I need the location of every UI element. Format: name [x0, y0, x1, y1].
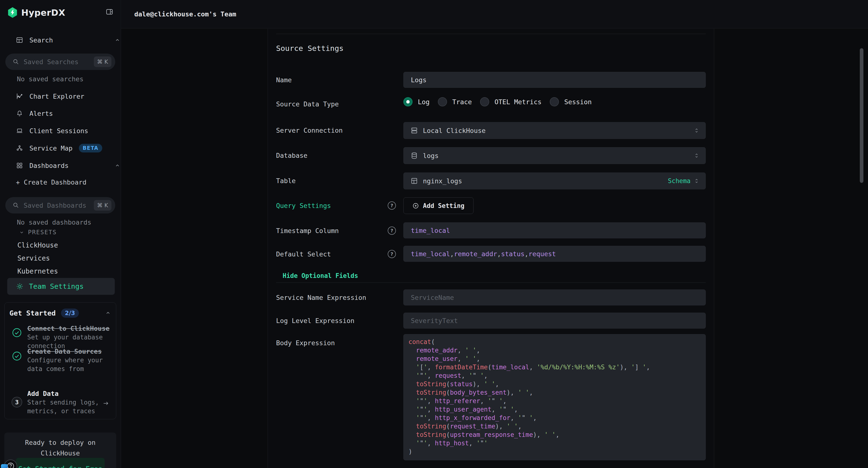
step-subtitle-line: data comes from [27, 364, 111, 373]
sidebar-item-service-map[interactable]: Service Map BETA [16, 142, 102, 154]
step-subtitle-line: Set up your database [27, 333, 111, 342]
check-circle-icon [11, 327, 22, 338]
body-expression-editor[interactable]: concat( remote_addr, ' ', remote_user, '… [403, 334, 706, 460]
step-title: Create Data Sources [27, 347, 111, 356]
search-section-icon [16, 36, 23, 43]
sidebar-collapse-icon[interactable] [105, 8, 114, 16]
chevron-up-icon[interactable] [105, 310, 111, 316]
team-title: dale@clickhouse.com's Team [134, 10, 236, 18]
shortcut-badge: ⌘ K [94, 56, 112, 67]
query-settings-label: Query Settings [276, 202, 331, 209]
radio-option-log[interactable]: Log [403, 97, 430, 107]
chart-explorer-icon [16, 93, 23, 100]
default-select-input[interactable]: time_local, remote_addr, status, request [403, 246, 706, 262]
service-name-expression-input[interactable] [403, 290, 706, 305]
radio-unselected[interactable] [438, 97, 447, 107]
step-number-circle: 3 [11, 397, 22, 407]
chevron-down-icon [19, 229, 25, 235]
table-icon [410, 177, 418, 185]
service-map-icon [16, 145, 23, 152]
server-connection-label: Server Connection [276, 127, 343, 134]
sidebar-item-kubernetes[interactable]: Kubernetes [18, 267, 58, 275]
get-started-step-2[interactable]: Create Data Sources Configure where your… [11, 347, 111, 373]
add-setting-label: Add Setting [423, 202, 464, 209]
get-started-step-3[interactable]: 3 Add Data Start sending logs, metrics, … [11, 389, 111, 415]
sidebar-item-client-sessions[interactable]: Client Sessions [16, 124, 88, 137]
devtools-button[interactable] [1, 464, 8, 468]
presets-toggle[interactable]: PRESETS [19, 229, 57, 236]
server-connection-select[interactable]: Local ClickHouse [403, 122, 706, 139]
sidebar-item-alerts[interactable]: Alerts [16, 107, 53, 120]
radio-unselected[interactable] [550, 97, 559, 107]
add-setting-button[interactable]: Add Setting [403, 197, 473, 214]
body-expression-label: Body Expression [276, 339, 335, 347]
sidebar-item-clickhouse[interactable]: ClickHouse [18, 241, 58, 249]
get-started-card: Get Started 2/3 Connect to ClickHouse Se… [4, 302, 116, 419]
plus-circle-icon [412, 202, 419, 209]
check-circle-icon [11, 351, 22, 361]
saved-dashboards-input[interactable]: Saved Dashboards ⌘ K [5, 197, 115, 213]
main-content: Source Settings Name Source Data Type Lo… [121, 29, 868, 468]
clickhouse-cloud-promo: Ready to deploy on ClickHouse Cloud? Get… [4, 433, 116, 468]
step-title: Connect to ClickHouse [27, 324, 111, 333]
bell-icon [16, 110, 23, 117]
sidebar-item-services[interactable]: Services [18, 254, 50, 262]
sidebar-item-dashboards[interactable]: Dashboards [16, 159, 69, 172]
dashboards-grid-icon [16, 162, 23, 169]
gear-icon [16, 283, 24, 290]
step-subtitle-line: Configure where your [27, 356, 111, 364]
chevron-up-icon[interactable] [114, 163, 121, 169]
sidebar-item-chart-explorer[interactable]: Chart Explorer [16, 90, 84, 103]
section-divider [276, 283, 706, 283]
database-icon [410, 152, 418, 159]
no-saved-searches-text: No saved searches [17, 75, 84, 83]
timestamp-help-icon[interactable]: ? [388, 227, 396, 235]
team-settings-label: Team Settings [29, 282, 84, 290]
saved-dashboards-placeholder: Saved Dashboards [24, 202, 94, 209]
get-started-header[interactable]: Get Started 2/3 [9, 308, 111, 318]
logo-text: HyperDX [21, 8, 65, 18]
radio-option-otel-metrics[interactable]: OTEL Metrics [480, 97, 541, 107]
saved-searches-input[interactable]: Saved Searches ⌘ K [5, 54, 115, 70]
saved-searches-placeholder: Saved Searches [24, 58, 94, 66]
no-saved-dashboards-text: No saved dashboards [17, 218, 91, 226]
log-level-expression-input[interactable] [403, 313, 706, 328]
get-started-free-button[interactable]: Get Started for Free [16, 458, 105, 468]
create-dashboard-label: + Create Dashboard [16, 178, 87, 186]
hide-optional-fields-link[interactable]: Hide Optional Fields [283, 272, 358, 280]
source-data-type-label: Source Data Type [276, 100, 339, 108]
sidebar-item-search[interactable]: Search [16, 34, 53, 46]
table-label: Table [276, 177, 296, 184]
source-data-type-radio-group: Log Trace OTEL Metrics Session [403, 96, 592, 107]
sidebar-item-label: Search [29, 36, 53, 44]
query-settings-help-icon[interactable]: ? [388, 201, 396, 210]
database-select[interactable]: logs [403, 147, 706, 164]
timestamp-column-input[interactable]: time_local [403, 223, 706, 238]
page-title: Source Settings [276, 44, 344, 53]
beta-badge: BETA [79, 144, 102, 152]
sidebar: HyperDX Search Saved Searches ⌘ K No sav… [0, 0, 121, 468]
name-input[interactable] [403, 72, 706, 88]
selector-chevrons-icon [693, 178, 700, 184]
schema-button[interactable]: Schema [668, 177, 690, 184]
table-select[interactable]: nginx_logs Schema [403, 173, 706, 189]
sidebar-item-label: Client Sessions [29, 127, 88, 135]
sidebar-item-team-settings[interactable]: Team Settings [7, 278, 115, 295]
selector-chevrons-icon [693, 127, 700, 134]
get-started-step-1[interactable]: Connect to ClickHouse Set up your databa… [11, 324, 111, 350]
radio-option-trace[interactable]: Trace [438, 97, 472, 107]
create-dashboard-button[interactable]: + Create Dashboard [16, 176, 87, 188]
selector-chevrons-icon [693, 152, 700, 159]
search-icon [12, 202, 19, 209]
presets-label: PRESETS [28, 229, 57, 236]
scrollbar-thumb[interactable] [860, 48, 863, 183]
sidebar-item-label: Chart Explorer [29, 93, 84, 100]
database-label: Database [276, 152, 307, 159]
radio-option-session[interactable]: Session [550, 97, 592, 107]
radio-unselected[interactable] [480, 97, 489, 107]
sidebar-item-label: Alerts [29, 110, 53, 117]
progress-badge: 2/3 [61, 309, 79, 318]
radio-selected[interactable] [403, 97, 412, 107]
chevron-up-icon[interactable] [114, 37, 121, 43]
default-select-help-icon[interactable]: ? [388, 250, 396, 258]
